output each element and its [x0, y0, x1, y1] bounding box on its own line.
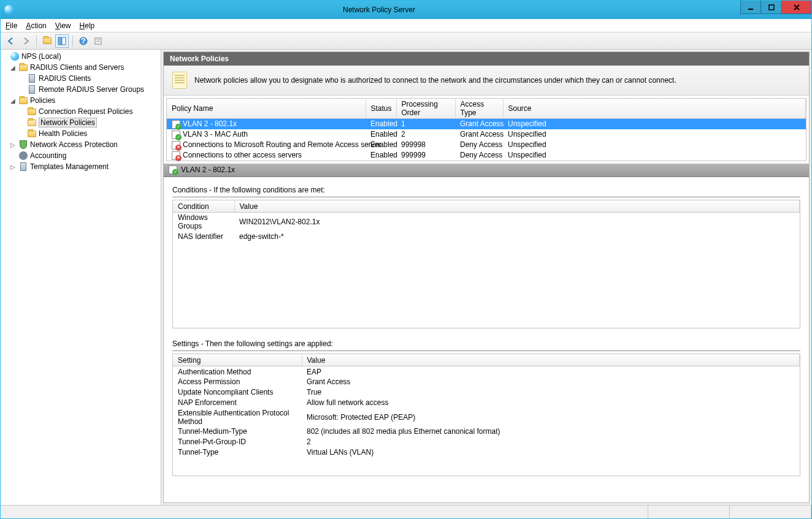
table-row[interactable]: NAS Identifieredge-switch-*	[173, 231, 800, 241]
folder-icon	[27, 129, 37, 138]
content-area: Network Policies Network policies allow …	[161, 50, 811, 505]
folder-icon	[18, 63, 28, 72]
minimize-button[interactable]	[740, 1, 761, 14]
statusbar	[1, 505, 811, 518]
server-icon	[27, 85, 37, 94]
tree-label: Network Access Protection	[30, 140, 118, 149]
tree-label: Network Policies	[39, 118, 97, 127]
tree-label: RADIUS Clients and Servers	[30, 63, 124, 72]
col-value[interactable]: Value	[234, 200, 800, 213]
svg-rect-4	[58, 37, 61, 45]
server-icon	[27, 74, 37, 83]
info-bar: Network policies allow you to designate …	[164, 66, 809, 96]
app-icon	[4, 5, 14, 15]
navigation-tree[interactable]: NPS (Local) ◢RADIUS Clients and Servers …	[1, 50, 161, 505]
expander-icon[interactable]: ◢	[9, 97, 17, 104]
col-status[interactable]: Status	[366, 99, 396, 119]
server-icon	[18, 162, 28, 172]
settings-grid[interactable]: Setting Value Authentication MethodEAPAc…	[172, 354, 800, 476]
tree-label: NPS (Local)	[21, 52, 61, 61]
policy-deny-icon	[172, 151, 180, 160]
conditions-title: Conditions - If the following conditions…	[172, 182, 800, 197]
policies-grid[interactable]: Policy Name Status Processing Order Acce…	[166, 98, 806, 161]
up-button[interactable]	[40, 34, 54, 48]
tree-root[interactable]: NPS (Local)	[1, 51, 161, 62]
detail-title: VLAN 2 - 802.1x	[181, 165, 235, 174]
tree-radius-clients[interactable]: RADIUS Clients	[1, 73, 161, 84]
col-value[interactable]: Value	[302, 354, 800, 366]
menu-view[interactable]: View	[55, 21, 71, 30]
table-row[interactable]: Extensible Authentication Protocol Metho…	[173, 408, 800, 426]
show-hide-tree-button[interactable]	[55, 34, 69, 48]
tree-label: Templates Management	[30, 162, 109, 171]
properties-button[interactable]	[91, 34, 105, 48]
menu-help[interactable]: Help	[80, 21, 95, 30]
toolbar: ?	[1, 32, 811, 50]
conditions-grid[interactable]: Condition Value Windows GroupsWIN2012\VL…	[172, 200, 800, 328]
svg-rect-5	[62, 37, 66, 45]
table-row[interactable]: Connections to other access serversEnabl…	[167, 150, 806, 161]
settings-section: Settings - Then the following settings a…	[164, 331, 809, 479]
menu-action[interactable]: Action	[26, 21, 46, 30]
nav-back-button[interactable]	[4, 34, 18, 48]
table-row[interactable]: Connections to Microsoft Routing and Rem…	[167, 140, 806, 150]
shield-icon	[18, 140, 28, 150]
tree-connection-request-policies[interactable]: Connection Request Policies	[1, 106, 161, 117]
tree-health-policies[interactable]: Health Policies	[1, 128, 161, 139]
col-processing-order[interactable]: Processing Order	[396, 99, 455, 119]
note-icon	[172, 72, 187, 89]
titlebar[interactable]: Network Policy Server	[1, 1, 811, 19]
tree-templates[interactable]: ▷Templates Management	[1, 161, 161, 172]
col-access-type[interactable]: Access Type	[455, 99, 503, 119]
table-row[interactable]: Tunnel-TypeVirtual LANs (VLAN)	[173, 447, 800, 458]
app-window: Network Policy Server File Action View H…	[0, 0, 812, 519]
expander-icon[interactable]: ▷	[9, 142, 17, 148]
tree-label: Accounting	[30, 151, 66, 160]
table-row[interactable]: VLAN 3 - MAC AuthEnabled2Grant AccessUns…	[167, 129, 806, 140]
col-setting[interactable]: Setting	[173, 354, 302, 366]
table-row[interactable]: Tunnel-Medium-Type802 (includes all 802 …	[173, 426, 800, 437]
detail-header: VLAN 2 - 802.1x	[164, 164, 809, 177]
tree-label: Remote RADIUS Server Groups	[39, 85, 144, 94]
tree-network-policies[interactable]: Network Policies	[1, 117, 161, 128]
policy-deny-icon	[172, 141, 180, 150]
svg-rect-1	[769, 5, 774, 10]
window-title: Network Policy Server	[18, 6, 740, 14]
status-cell	[648, 506, 730, 518]
maximize-button[interactable]	[761, 1, 782, 14]
tree-accounting[interactable]: Accounting	[1, 150, 161, 161]
expander-icon[interactable]: ◢	[9, 64, 17, 71]
info-text: Network policies allow you to designate …	[194, 76, 676, 85]
expander-icon[interactable]: ▷	[9, 164, 17, 170]
svg-text:?: ?	[81, 37, 85, 45]
table-row[interactable]: Update Noncompliant ClientsTrue	[173, 387, 800, 398]
table-row[interactable]: Tunnel-Pvt-Group-ID2	[173, 437, 800, 447]
settings-title: Settings - Then the following settings a…	[172, 336, 800, 351]
tree-label: Connection Request Policies	[39, 107, 132, 116]
col-policy-name[interactable]: Policy Name	[167, 99, 366, 119]
tree-remote-radius[interactable]: Remote RADIUS Server Groups	[1, 84, 161, 95]
folder-icon	[43, 37, 52, 44]
table-row[interactable]: Authentication MethodEAP	[173, 366, 800, 377]
globe-icon	[10, 51, 20, 61]
policy-ok-icon	[172, 120, 180, 129]
status-cell	[1, 506, 648, 518]
folder-icon	[27, 107, 37, 116]
table-row[interactable]: NAP EnforcementAllow full network access	[173, 398, 800, 408]
toolbar-separator	[36, 36, 37, 47]
tree-nap[interactable]: ▷Network Access Protection	[1, 139, 161, 150]
nav-forward-button[interactable]	[19, 34, 33, 48]
menu-file[interactable]: File	[6, 21, 17, 30]
panel-header: Network Policies	[164, 52, 809, 66]
table-row[interactable]: VLAN 2 - 802.1xEnabled1Grant AccessUnspe…	[167, 119, 806, 129]
svg-rect-8	[95, 38, 101, 44]
tree-policies[interactable]: ◢Policies	[1, 95, 161, 106]
col-source[interactable]: Source	[503, 99, 806, 119]
policy-ok-icon	[172, 131, 180, 139]
table-row[interactable]: Windows GroupsWIN2012\VLAN2-802.1x	[173, 213, 800, 232]
tree-radius[interactable]: ◢RADIUS Clients and Servers	[1, 62, 161, 73]
table-row[interactable]: Access PermissionGrant Access	[173, 377, 800, 387]
help-button[interactable]: ?	[77, 34, 90, 48]
close-button[interactable]	[782, 1, 811, 14]
col-condition[interactable]: Condition	[173, 200, 234, 213]
